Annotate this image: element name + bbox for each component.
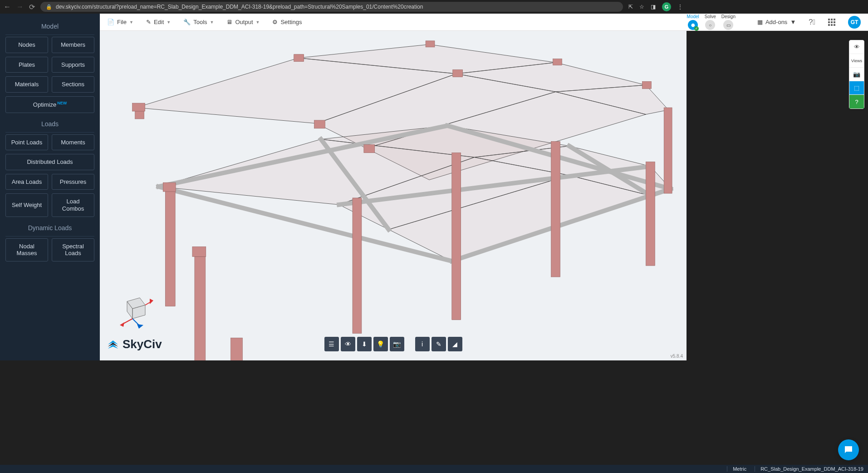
file-icon: 📄 — [107, 19, 114, 25]
load-combos-button[interactable]: Load Combos — [52, 193, 94, 217]
pencil-icon: ✎ — [146, 19, 151, 25]
pressures-button[interactable]: Pressures — [52, 174, 94, 190]
svg-rect-38 — [192, 246, 206, 256]
svg-rect-29 — [132, 103, 145, 111]
chevron-down-icon: ▼ — [210, 20, 214, 25]
url-text: dev.skyciv.com/structural?preload_name=R… — [56, 4, 423, 10]
svg-rect-31 — [426, 41, 435, 47]
gear-icon: ⚙ — [272, 19, 278, 25]
nodes-button[interactable]: Nodes — [5, 37, 48, 53]
download-icon[interactable]: ⬇ — [357, 337, 372, 351]
svg-rect-36 — [364, 145, 375, 153]
eraser-icon[interactable]: ◢ — [448, 337, 462, 351]
lock-icon: 🔒 — [46, 4, 52, 10]
edit-icon[interactable]: ✎ — [432, 337, 446, 351]
svg-rect-20 — [165, 189, 175, 306]
3d-viewport[interactable]: SkyCiv ☰ 👁 ⬇ 💡 📷 i ✎ ◢ v5.8.4 — [100, 31, 687, 360]
back-button[interactable]: ← — [4, 3, 11, 11]
eye-icon[interactable]: 👁 — [341, 337, 355, 351]
svg-rect-27 — [646, 162, 655, 266]
point-loads-button[interactable]: Point Loads — [5, 134, 48, 151]
logo-icon — [106, 338, 120, 351]
model-section-title: Model — [5, 23, 94, 30]
viewport-toolbar: ☰ 👁 ⬇ 💡 📷 i ✎ ◢ — [324, 337, 462, 351]
star-icon[interactable]: ☆ — [639, 4, 644, 10]
svg-marker-47 — [150, 299, 153, 304]
svg-rect-22 — [230, 338, 242, 360]
chevron-down-icon: ▼ — [256, 20, 260, 25]
chevron-down-icon: ▼ — [167, 20, 171, 25]
lightbulb-icon[interactable]: 💡 — [373, 337, 388, 351]
layers-icon[interactable]: ☰ — [324, 337, 339, 351]
svg-rect-35 — [314, 120, 325, 128]
file-menu[interactable]: 📄 File ▼ — [107, 19, 133, 25]
kebab-icon[interactable]: ⋮ — [677, 4, 683, 10]
svg-rect-28 — [664, 108, 672, 193]
spectral-loads-button[interactable]: Spectral Loads — [52, 238, 94, 261]
axis-gizmo[interactable] — [113, 292, 154, 329]
loads-section-title: Loads — [5, 120, 94, 128]
svg-rect-21 — [195, 256, 206, 360]
structure-render — [100, 31, 687, 360]
members-button[interactable]: Members — [52, 37, 94, 53]
optimize-button[interactable]: OptimizeNEW — [5, 96, 94, 113]
wrench-icon: 🔧 — [183, 19, 191, 25]
nodal-masses-button[interactable]: Nodal Masses — [5, 238, 48, 261]
dynamic-loads-section-title: Dynamic Loads — [5, 224, 94, 232]
output-menu[interactable]: 🖥 Output ▼ — [226, 19, 260, 25]
forward-button[interactable]: → — [16, 3, 24, 11]
chevron-down-icon: ▼ — [129, 20, 133, 25]
svg-rect-37 — [163, 182, 176, 192]
svg-marker-45 — [137, 324, 143, 329]
camera-icon[interactable]: 📷 — [390, 337, 404, 351]
area-loads-button[interactable]: Area Loads — [5, 174, 48, 190]
distributed-loads-button[interactable]: Distributed Loads — [5, 154, 94, 170]
share-icon[interactable]: ⇱ — [628, 4, 633, 10]
version-label: v5.8.4 — [671, 354, 683, 359]
svg-rect-24 — [353, 198, 362, 333]
svg-marker-43 — [120, 322, 124, 327]
supports-button[interactable]: Supports — [52, 57, 94, 73]
tools-menu[interactable]: 🔧 Tools ▼ — [183, 19, 214, 25]
svg-rect-32 — [453, 70, 463, 77]
materials-button[interactable]: Materials — [5, 76, 48, 93]
reload-button[interactable]: ⟳ — [29, 3, 35, 11]
svg-rect-25 — [452, 153, 461, 320]
sections-button[interactable]: Sections — [52, 76, 94, 93]
svg-rect-26 — [551, 142, 560, 277]
browser-profile[interactable]: G — [662, 2, 671, 11]
url-bar[interactable]: 🔒 dev.skyciv.com/structural?preload_name… — [40, 2, 623, 12]
plates-button[interactable]: Plates — [5, 57, 48, 73]
info-icon[interactable]: i — [415, 337, 430, 351]
browser-chrome: ← → ⟳ 🔒 dev.skyciv.com/structural?preloa… — [0, 0, 687, 14]
self-weight-button[interactable]: Self Weight — [5, 193, 48, 217]
svg-rect-30 — [294, 54, 304, 62]
svg-rect-33 — [553, 59, 562, 65]
skyciv-logo: SkyCiv — [106, 337, 162, 351]
monitor-icon: 🖥 — [226, 19, 232, 25]
extensions-icon[interactable]: ◨ — [651, 4, 656, 10]
moments-button[interactable]: Moments — [52, 134, 94, 151]
svg-rect-34 — [642, 81, 651, 89]
settings-menu[interactable]: ⚙ Settings — [272, 19, 302, 25]
topbar: 📄 File ▼ ✎ Edit ▼ 🔧 Tools ▼ 🖥 Output ▼ ⚙… — [100, 14, 687, 31]
edit-menu[interactable]: ✎ Edit ▼ — [146, 19, 171, 25]
sidebar: Model Nodes Members Plates Supports Mate… — [0, 14, 100, 360]
